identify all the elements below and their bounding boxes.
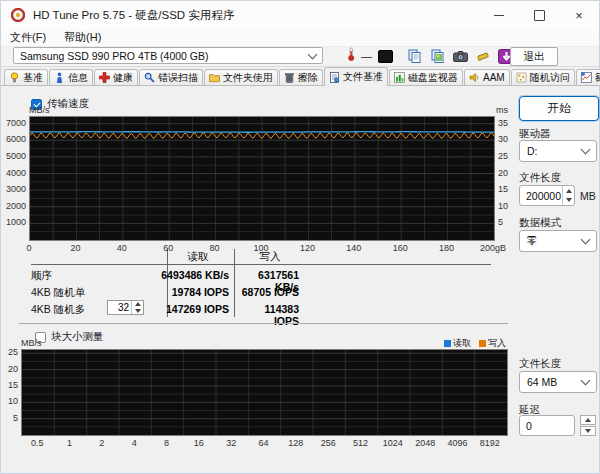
delay-input[interactable]: 0 (519, 415, 575, 436)
benchmark-lamp-icon (9, 72, 20, 83)
queue-depth-value: 32 (108, 302, 131, 313)
menu-file[interactable]: 文件(F) (1, 30, 55, 45)
file-length-unit: MB (580, 190, 596, 202)
drive-select[interactable]: D: (519, 140, 597, 162)
row-label-4k-single: 4KB 随机单 (31, 286, 85, 300)
tab-info[interactable]: 信息 (49, 69, 93, 85)
file-length2-select[interactable]: 64 MB (519, 371, 597, 393)
chevron-down-icon (308, 49, 318, 59)
data-mode-select[interactable]: 零 (519, 230, 597, 252)
extra-tests-icon (581, 72, 592, 83)
temperature-indicator: — (347, 48, 393, 64)
file-length-stepper[interactable]: 200000 (519, 185, 575, 206)
upper-chart-y2-unit: ms (496, 105, 508, 115)
axis-tick: 4000 (1, 168, 26, 178)
table-header-rule (31, 264, 491, 265)
tab-label: 擦除 (298, 71, 318, 85)
axis-tick: 180 (427, 243, 467, 253)
tab-bar: 基准 信息 健康 错误扫描 文件夹使用 擦除 文件基准 磁盘监视器 (1, 67, 599, 86)
tab-error-scan[interactable]: 错误扫描 (139, 69, 203, 85)
table-vertical-rule (234, 249, 235, 317)
block-size-label: 块大小测量 (51, 330, 104, 344)
spin-up-icon[interactable] (580, 415, 596, 425)
tab-erase[interactable]: 擦除 (279, 69, 323, 85)
axis-tick: 100 (241, 243, 281, 253)
start-button[interactable]: 开始 (519, 96, 599, 121)
window-controls: × (479, 1, 599, 29)
spin-down-icon[interactable] (563, 196, 574, 206)
app-icon (11, 8, 25, 22)
tab-folder-usage[interactable]: 文件夹使用 (204, 69, 278, 85)
spin-up-icon[interactable] (563, 186, 574, 196)
chevron-down-icon (581, 376, 591, 386)
4k-single-read-value: 19784 IOPS (151, 286, 229, 298)
temperature-lcd (378, 50, 393, 63)
delay-value: 0 (526, 420, 532, 432)
axis-tick: 200gB (473, 243, 513, 253)
data-mode-label: 数据模式 (519, 216, 561, 230)
transfer-speed-chart (29, 116, 495, 241)
tab-disk-monitor[interactable]: 磁盘监视器 (389, 69, 463, 85)
tab-file-benchmark[interactable]: 文件基准 (324, 67, 388, 86)
tab-label: 文件夹使用 (223, 71, 273, 85)
axis-tick: 35 (498, 118, 518, 128)
axis-tick: 5 (498, 217, 518, 227)
tab-aam[interactable]: AAM (464, 69, 510, 85)
axis-tick: 15 (1, 380, 18, 390)
axis-tick: 5 (1, 413, 18, 423)
axis-tick: 20 (498, 168, 518, 178)
axis-tick: 160 (380, 243, 420, 253)
tab-benchmark[interactable]: 基准 (4, 69, 48, 85)
queue-depth-arrows (131, 301, 143, 314)
row-label-sequential: 顺序 (31, 269, 52, 283)
exit-button-label: 退出 (524, 50, 545, 64)
axis-tick: 30 (498, 134, 518, 144)
highlighter-pen-icon[interactable] (474, 48, 492, 64)
block-size-checkbox[interactable]: 块大小测量 (35, 330, 104, 344)
tab-label: 随机访问 (530, 71, 570, 85)
tab-extra-tests[interactable]: 额外测试 (576, 69, 600, 85)
axis-tick: 0 (9, 243, 49, 253)
lower-chart-y-unit: MB/s (21, 338, 42, 348)
info-icon (54, 72, 65, 83)
toolbar: Samsung SSD 990 PRO 4TB (4000 GB) — (1, 47, 599, 67)
tab-health[interactable]: 健康 (94, 69, 138, 85)
tab-label: 文件基准 (343, 70, 383, 84)
screenshot-camera-icon[interactable] (451, 48, 469, 64)
spin-down-icon[interactable] (132, 308, 143, 315)
minimize-icon[interactable] (479, 1, 519, 29)
read-swatch-icon (444, 340, 451, 347)
speaker-icon (469, 72, 480, 83)
spin-down-icon[interactable] (580, 426, 596, 436)
random-access-icon (516, 72, 527, 83)
tab-label: 基准 (23, 71, 43, 85)
drive-select-value: D: (527, 145, 538, 157)
axis-tick: 15 (498, 184, 518, 194)
exit-button[interactable]: 退出 (510, 47, 558, 66)
health-cross-icon (99, 72, 110, 83)
magnifier-icon (144, 72, 155, 83)
section-divider (19, 323, 508, 324)
file-length2-value: 64 MB (527, 376, 557, 388)
file-benchmark-icon (329, 72, 340, 83)
menu-help[interactable]: 帮助(H) (55, 30, 110, 45)
axis-tick: 25 (498, 151, 518, 161)
transfer-speed-label: 传输速度 (47, 97, 89, 111)
app-window: HD Tune Pro 5.75 - 硬盘/SSD 实用程序 × 文件(F) 帮… (0, 0, 600, 474)
tab-label: AAM (483, 72, 505, 83)
tab-random-access[interactable]: 随机访问 (511, 69, 575, 85)
device-select-value: Samsung SSD 990 PRO 4TB (4000 GB) (20, 50, 209, 62)
device-select[interactable]: Samsung SSD 990 PRO 4TB (4000 GB) (13, 47, 323, 64)
copy-text-icon[interactable] (405, 48, 423, 64)
file-length-arrows (562, 186, 574, 205)
queue-depth-stepper[interactable]: 32 (107, 300, 144, 315)
file-length2-label: 文件长度 (519, 357, 561, 371)
thermometer-icon (347, 47, 355, 65)
upper-chart-y-unit: MB/s (29, 105, 50, 115)
file-length-value: 200000 (520, 190, 562, 202)
copy-image-icon[interactable] (428, 48, 446, 64)
close-icon[interactable]: × (559, 1, 599, 29)
maximize-icon[interactable] (519, 1, 559, 29)
drive-label: 驱动器 (519, 127, 551, 141)
4k-single-write-value: 68705 IOPS (239, 286, 299, 298)
